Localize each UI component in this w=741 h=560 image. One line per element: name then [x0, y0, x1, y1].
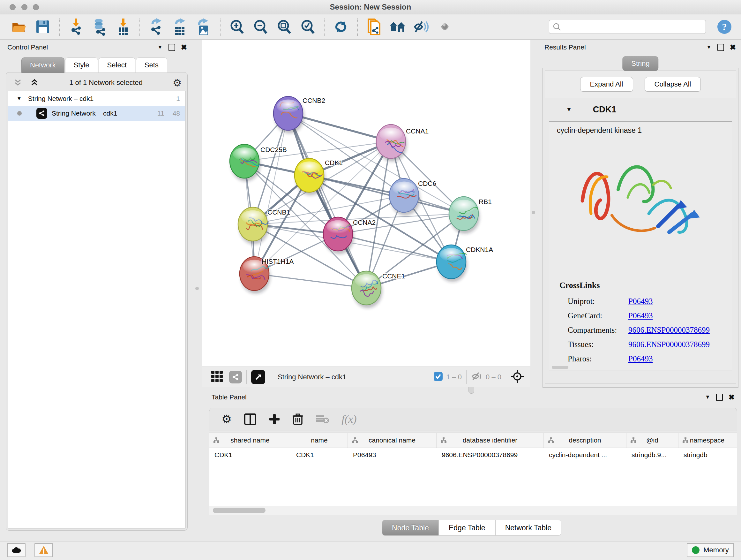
warning-button[interactable]: [35, 543, 53, 557]
table-cell[interactable]: stringdb:9...: [626, 448, 678, 462]
import-network-database-icon[interactable]: [91, 18, 108, 36]
crosslink-link[interactable]: P06493: [628, 297, 653, 306]
table-cell[interactable]: P06493: [348, 448, 436, 462]
float-panel-icon[interactable]: [718, 44, 724, 51]
node-CCNE1[interactable]: CCNE1: [352, 271, 405, 308]
close-panel-icon[interactable]: ✖: [181, 44, 187, 51]
memory-status-icon: [692, 546, 699, 554]
table-cell[interactable]: cyclin-dependent ...: [544, 448, 626, 462]
cloud-button[interactable]: [7, 543, 25, 557]
grid-view-icon[interactable]: [211, 370, 223, 384]
panel-menu-icon[interactable]: ▼: [705, 394, 711, 400]
table-tabs: Node TableEdge TableNetwork Table: [382, 520, 561, 535]
table-hscrollbar[interactable]: [209, 506, 737, 515]
expand-all-button[interactable]: Expand All: [580, 77, 633, 91]
crosslink-link[interactable]: 9606.ENSP00000378699: [628, 326, 710, 334]
share-document-icon[interactable]: [366, 18, 382, 36]
collapse-all-icon[interactable]: [13, 78, 23, 87]
node-CDKN1A[interactable]: CDKN1A: [436, 245, 493, 282]
tab-select[interactable]: Select: [98, 57, 135, 73]
node-CCNB1[interactable]: CCNB1: [238, 207, 290, 244]
node-CCNA1[interactable]: CCNA1: [376, 125, 428, 162]
show-columns-icon[interactable]: [244, 413, 257, 425]
eye-icon[interactable]: [436, 18, 453, 36]
table-cell[interactable]: CDK1: [209, 448, 291, 462]
open-session-icon[interactable]: [11, 18, 27, 36]
gear-icon[interactable]: ⚙: [173, 78, 182, 88]
float-panel-icon[interactable]: [169, 44, 175, 51]
crosslink-link[interactable]: 9606.ENSP00000378699: [628, 340, 710, 349]
export-network-icon[interactable]: [148, 18, 165, 36]
zoom-in-icon[interactable]: [228, 18, 245, 36]
node-CDK1[interactable]: CDK1: [294, 159, 343, 195]
table-settings-icon[interactable]: ⚙: [221, 414, 232, 425]
table-row[interactable]: CDK1CDK1P064939606.ENSP00000378699cyclin…: [209, 448, 737, 462]
zoom-selected-icon[interactable]: [299, 18, 316, 36]
table-hscroll-thumb[interactable]: [213, 508, 266, 513]
right-splitter-handle[interactable]: [532, 211, 535, 214]
column-header-database-identifier[interactable]: database identifier: [436, 433, 544, 448]
export-image-icon[interactable]: [195, 18, 212, 36]
results-hscroll-thumb[interactable]: [552, 366, 568, 369]
node-HIST1H1A[interactable]: HIST1H1A: [240, 257, 293, 294]
panel-menu-icon[interactable]: ▼: [706, 44, 712, 51]
selected-checkbox-icon[interactable]: [433, 372, 443, 382]
tab-edge-table[interactable]: Edge Table: [439, 520, 495, 536]
network-view-icon[interactable]: [229, 371, 242, 383]
network-collection-row[interactable]: ▼ String Network – cdk1 1: [8, 91, 185, 106]
table-cell[interactable]: stringdb: [678, 448, 736, 462]
delete-column-icon[interactable]: [292, 413, 303, 425]
column-header-id[interactable]: @id: [626, 433, 678, 448]
gene-section-header[interactable]: ▼ CDK1: [545, 100, 736, 119]
table-cell[interactable]: CDK1: [291, 448, 348, 462]
zoom-fit-icon[interactable]: [276, 18, 292, 36]
section-expander-icon[interactable]: ▼: [566, 106, 572, 113]
hidden-eye-icon[interactable]: [471, 371, 482, 383]
panel-menu-icon[interactable]: ▼: [157, 44, 163, 51]
column-header-canonical-name[interactable]: canonical name: [348, 433, 436, 448]
expand-all-icon[interactable]: [30, 78, 39, 87]
node-RB1[interactable]: RB1: [449, 197, 492, 234]
memory-button[interactable]: Memory: [687, 543, 734, 557]
column-header-description[interactable]: description: [544, 433, 626, 448]
import-table-icon[interactable]: [115, 18, 131, 36]
expander-icon[interactable]: ▼: [17, 96, 22, 102]
search-input[interactable]: [561, 21, 702, 33]
refresh-icon[interactable]: [333, 18, 349, 36]
crosslink-row: GeneCard:P06493: [549, 308, 732, 323]
tab-style[interactable]: Style: [65, 57, 98, 73]
crosshair-icon[interactable]: [511, 370, 524, 384]
zoom-out-icon[interactable]: [252, 18, 269, 36]
column-header-name[interactable]: name: [291, 433, 348, 448]
tab-sets[interactable]: Sets: [136, 57, 167, 73]
help-icon[interactable]: ?: [717, 19, 732, 35]
network-row-selected[interactable]: String Network – cdk1 11 48: [8, 106, 185, 121]
close-panel-icon[interactable]: ✖: [729, 394, 735, 401]
float-panel-icon[interactable]: [716, 394, 723, 401]
close-panel-icon[interactable]: ✖: [730, 44, 736, 51]
tab-node-table[interactable]: Node Table: [382, 520, 439, 536]
add-column-icon[interactable]: [269, 414, 280, 425]
table-cell[interactable]: 9606.ENSP00000378699: [436, 448, 544, 462]
tab-network[interactable]: Network: [21, 57, 64, 73]
export-table-icon[interactable]: [172, 18, 188, 36]
column-header-namespace[interactable]: namespace: [678, 433, 736, 448]
hide-eye-icon[interactable]: [413, 18, 429, 36]
tab-string[interactable]: String: [622, 56, 658, 71]
network-canvas[interactable]: CCNB2CCNA1CDC25BCDK1CDC6RB1CCNB1CCNA2CDK…: [202, 40, 530, 367]
birds-eye-view-icon[interactable]: [251, 370, 265, 384]
collapse-all-button[interactable]: Collapse All: [645, 77, 701, 91]
selected-counts: 1 – 0: [446, 373, 462, 381]
node-label: CDK1: [325, 159, 343, 166]
homes-icon[interactable]: [389, 18, 406, 36]
tab-network-table[interactable]: Network Table: [495, 520, 561, 536]
crosslink-link[interactable]: P06493: [628, 354, 653, 363]
save-session-icon[interactable]: [35, 18, 51, 36]
node-CCNB2[interactable]: CCNB2: [273, 97, 325, 133]
crosslink-link[interactable]: P06493: [628, 311, 653, 320]
node-CCNA2[interactable]: CCNA2: [323, 217, 376, 254]
node-CDC6[interactable]: CDC6: [389, 179, 436, 215]
left-splitter-handle[interactable]: [195, 287, 199, 290]
column-header-shared-name[interactable]: shared name: [209, 433, 291, 448]
import-network-file-icon[interactable]: [68, 18, 84, 36]
